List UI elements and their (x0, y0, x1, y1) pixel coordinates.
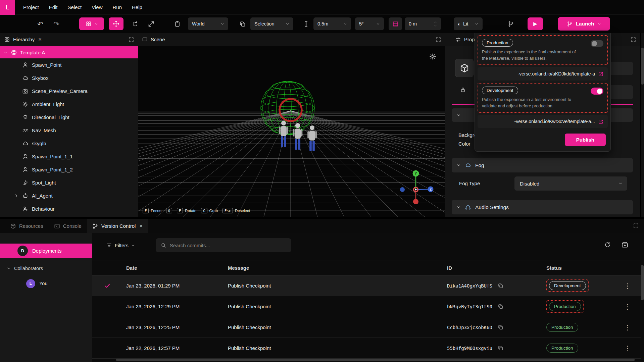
publish-button[interactable]: Publish (565, 134, 606, 146)
snap-grid-button[interactable] (389, 17, 402, 30)
sidebar-item-you[interactable]: L You (0, 277, 92, 290)
hierarchy-item-skyglb[interactable]: skyglb (0, 137, 138, 150)
measure-button[interactable] (299, 17, 313, 30)
column-header-id[interactable]: ID (447, 265, 544, 271)
fog-type-select[interactable]: Disabled (514, 176, 627, 191)
column-header-date[interactable]: Date (123, 265, 228, 271)
refresh-button[interactable] (604, 241, 611, 250)
app-logo[interactable]: L (0, 0, 15, 15)
development-toggle[interactable] (591, 88, 603, 95)
move-snap-select[interactable]: 0.5m (313, 17, 351, 30)
close-icon[interactable]: × (38, 37, 42, 42)
lock-icon[interactable] (460, 87, 466, 93)
hierarchy-item-behaviour[interactable]: Behaviour (0, 202, 138, 215)
sidebar-item-collaborators[interactable]: Collaborators (0, 263, 92, 274)
hierarchy-item-ambient-light[interactable]: Ambient_Light (0, 98, 138, 111)
hierarchy-tab[interactable]: Hierarchy (13, 37, 35, 42)
development-link: -verse.onland.io/Kwr3cVe/template-a... (514, 119, 595, 124)
commit-row[interactable]: Jan 23, 2026, 12:29 PM Publish Checkpoin… (92, 296, 641, 317)
copy-icon (239, 21, 246, 27)
copy-id-button[interactable] (498, 345, 503, 351)
hierarchy-item-spawn-point-1-2[interactable]: Spawn_Point_1_2 (0, 163, 138, 176)
hierarchy-item-spot-light[interactable]: Spot_Light (0, 176, 138, 189)
hierarchy-item-scene-preview-camera[interactable]: Scene_Preview_Camera (0, 85, 138, 98)
hierarchy-item-nav-mesh[interactable]: Nav_Mesh (0, 124, 138, 137)
column-header-status[interactable]: Status (544, 265, 614, 271)
menu-help[interactable]: Help (127, 0, 147, 15)
rotate-tool-button[interactable] (128, 17, 142, 30)
redo-button[interactable]: ↷ (50, 17, 63, 30)
launch-button[interactable]: Launch (558, 17, 610, 31)
version-control-button[interactable] (504, 17, 517, 30)
agent-icon (22, 193, 29, 199)
scene-viewport[interactable]: Y Z FFocusQERotateGGrabEscDeselect (138, 46, 445, 217)
hierarchy-item-spawn-point[interactable]: Spawn_Point (0, 58, 138, 71)
copy-id-button[interactable] (498, 283, 503, 289)
menu-project[interactable]: Project (18, 0, 44, 15)
kebab-menu-icon[interactable]: ⋮ (624, 282, 631, 289)
duplicate-button[interactable] (236, 17, 249, 30)
properties-scrollbar[interactable] (641, 48, 644, 85)
stepper-arrows[interactable] (434, 21, 437, 27)
production-link-row[interactable]: -verse.onland.io/aKDJkdd/template-a (478, 67, 608, 81)
kebab-menu-icon[interactable]: ⋮ (624, 303, 631, 310)
selection-mode-select[interactable]: Selection (250, 17, 293, 30)
horizontal-scrollbar[interactable] (116, 359, 635, 361)
transform-space-select[interactable]: World (188, 17, 228, 30)
audio-section-header[interactable]: Audio Settings (452, 200, 633, 214)
production-badge: Production (482, 39, 513, 47)
move-tool-button[interactable] (109, 17, 123, 30)
fullscreen-button[interactable] (436, 37, 441, 42)
entity-type-card[interactable] (455, 59, 474, 77)
production-toggle[interactable] (591, 40, 603, 47)
copy-id-button[interactable] (498, 324, 503, 330)
status-badge: Development (549, 281, 586, 291)
column-header-message[interactable]: Message (228, 265, 447, 271)
fullscreen-button[interactable] (633, 223, 639, 228)
menu-edit[interactable]: Edit (44, 0, 63, 15)
tab-resources[interactable]: Resources (5, 219, 49, 233)
filters-button[interactable]: Filters (106, 242, 135, 248)
commit-row[interactable]: Jan 23, 2026, 12:25 PM Publish Checkpoin… (92, 317, 641, 338)
toolbar: ↶ ↷ World Selection 0.5m 5° 0 m ◐ Lit (0, 15, 644, 33)
hierarchy-root-item[interactable]: Template A (0, 46, 138, 58)
menu-select[interactable]: Select (63, 0, 87, 15)
shading-select[interactable]: ◐ Lit (454, 17, 483, 30)
commits-scrollbar[interactable] (641, 265, 644, 300)
close-icon[interactable]: × (139, 223, 143, 229)
launch-icon (567, 21, 573, 27)
hierarchy-item-skybox[interactable]: Skybox (0, 71, 138, 85)
development-link-row[interactable]: -verse.onland.io/Kwr3cVe/template-a... (478, 115, 608, 128)
undo-button[interactable]: ↶ (34, 17, 47, 30)
hierarchy-item-directional-light[interactable]: Directional_Light (0, 111, 138, 124)
tab-console[interactable]: Console (49, 219, 87, 233)
kebab-menu-icon[interactable]: ⋮ (624, 345, 631, 352)
production-section: Production Publish the experience in the… (478, 35, 608, 65)
commit-row[interactable]: Jan 22, 2026, 12:57 PM Publish Checkpoin… (92, 338, 641, 359)
hierarchy-item-spawn-point-1-1[interactable]: Spawn_Point_1_1 (0, 150, 138, 163)
bottom-tabs-list: Resources Console Version Control × (5, 219, 148, 233)
view-mode-button[interactable] (79, 17, 104, 30)
commit-row[interactable]: Jan 23, 2026, 01:29 PM Publish Checkpoin… (92, 275, 641, 296)
rotate-snap-select[interactable]: 5° (355, 17, 384, 30)
deploy-settings-button[interactable] (621, 241, 629, 250)
play-button[interactable]: ▶ (528, 17, 543, 30)
search-input[interactable] (170, 243, 287, 248)
scene-tab[interactable]: Scene (151, 37, 165, 42)
viewport-settings-button[interactable] (429, 53, 436, 61)
move-snap-value: 0.5m (317, 21, 328, 27)
copy-id-button[interactable] (498, 304, 503, 309)
elevation-stepper[interactable]: 0 m (405, 17, 441, 30)
hierarchy-item-ai-agent[interactable]: AI_Agent (0, 189, 138, 202)
scale-tool-button[interactable] (144, 17, 158, 30)
commit-date: Jan 22, 2026, 12:57 PM (123, 345, 228, 351)
kebab-menu-icon[interactable]: ⋮ (624, 324, 631, 331)
menu-run[interactable]: Run (108, 0, 127, 15)
sidebar-item-deployments[interactable]: D Deployments (0, 244, 92, 258)
fog-section-header[interactable]: Fog (452, 158, 633, 172)
tab-version-control[interactable]: Version Control × (87, 219, 148, 233)
paste-button[interactable] (170, 17, 184, 30)
fullscreen-button[interactable] (631, 37, 636, 42)
fullscreen-button[interactable] (129, 37, 134, 42)
menu-view[interactable]: View (87, 0, 107, 15)
